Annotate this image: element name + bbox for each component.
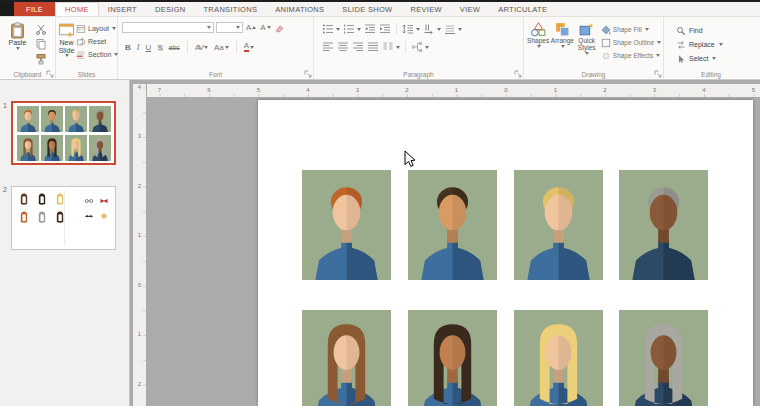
thumb2-item-wig xyxy=(17,192,32,207)
h-ruler-number: 1 xyxy=(551,87,561,93)
quick-styles-button[interactable]: Quick Styles xyxy=(575,19,599,61)
align-right-button[interactable] xyxy=(352,41,364,53)
font-dialog-launcher[interactable] xyxy=(304,70,312,78)
quick-styles-label: Quick Styles xyxy=(575,38,599,52)
bold-button[interactable]: B xyxy=(124,43,132,52)
avatar-woman-blond-hair-light-skin[interactable] xyxy=(514,310,603,406)
avatar-woman-dark-hair-tan-skin[interactable] xyxy=(408,310,497,406)
section-button[interactable]: Section xyxy=(76,49,118,60)
drawing-dialog-launcher[interactable] xyxy=(654,70,662,78)
chevron-down-icon xyxy=(645,28,649,31)
replace-label: Replace xyxy=(689,41,715,48)
thumb-avatar-woman-gray-hair-dark-skin xyxy=(89,135,111,161)
avatar-man-gray-hair-dark-skin[interactable] xyxy=(619,170,708,280)
align-center-button[interactable] xyxy=(337,41,349,53)
h-ruler-number: 4 xyxy=(303,87,313,93)
decrease-indent-button[interactable] xyxy=(364,23,376,35)
justify-button[interactable] xyxy=(367,41,379,53)
v-ruler-number: 1 xyxy=(133,331,146,337)
cut-button[interactable] xyxy=(35,23,47,35)
h-ruler-number: 0 xyxy=(501,87,511,93)
new-slide-button[interactable]: New Slide xyxy=(58,19,75,60)
align-left-button[interactable] xyxy=(322,41,334,53)
tab-home[interactable]: HOME xyxy=(55,2,99,16)
section-label: Section xyxy=(88,51,111,58)
chevron-down-icon xyxy=(712,57,716,60)
shape-outline-button[interactable]: Shape Outline xyxy=(601,37,661,48)
thumb1-grid xyxy=(13,103,114,163)
tab-insert[interactable]: INSERT xyxy=(99,2,146,16)
tab-view[interactable]: VIEW xyxy=(451,2,489,16)
text-shadow-button[interactable]: S xyxy=(156,43,163,52)
tab-articulate[interactable]: ARTICULATE xyxy=(489,2,556,16)
italic-button[interactable]: I xyxy=(136,43,141,52)
slide-1-thumbnail[interactable] xyxy=(11,101,116,165)
horizontal-ruler[interactable]: 7654321012345 xyxy=(147,84,760,97)
slide-canvas[interactable] xyxy=(258,100,753,406)
shape-outline-icon xyxy=(601,38,611,48)
layout-button[interactable]: Layout xyxy=(76,23,118,34)
separator xyxy=(405,41,406,53)
select-button[interactable]: Select xyxy=(676,53,756,64)
tab-animations[interactable]: ANIMATIONS xyxy=(266,2,333,16)
arrange-button[interactable]: Arrange xyxy=(550,19,574,61)
character-spacing-button[interactable]: AV xyxy=(194,43,209,52)
shrink-font-button[interactable]: A xyxy=(259,23,271,32)
chevron-down-icon xyxy=(112,27,116,30)
shape-effects-button[interactable]: Shape Effects xyxy=(601,50,661,61)
v-ruler-number: 2 xyxy=(133,183,146,189)
avatar-woman-auburn-hair-light-skin[interactable] xyxy=(302,310,391,406)
reset-icon xyxy=(76,37,86,47)
avatar-man-ginger-hair-light-skin[interactable] xyxy=(302,170,391,280)
tab-slide-show[interactable]: SLIDE SHOW xyxy=(333,2,401,16)
align-text-button[interactable] xyxy=(444,23,462,35)
clipboard-dialog-launcher[interactable] xyxy=(46,70,54,78)
reset-button[interactable]: Reset xyxy=(76,36,118,47)
numbering-icon xyxy=(343,23,355,35)
bullets-button[interactable] xyxy=(322,23,340,35)
tab-file[interactable]: FILE xyxy=(14,2,55,16)
shapes-button[interactable]: Shapes xyxy=(526,19,550,61)
chevron-down-icon xyxy=(719,43,723,46)
shapes-icon xyxy=(530,21,547,38)
grow-font-label: A xyxy=(246,23,251,32)
paste-button[interactable]: Paste xyxy=(2,19,33,65)
tab-design[interactable]: DESIGN xyxy=(146,2,195,16)
replace-button[interactable]: Replace xyxy=(676,39,756,50)
strikethrough-button[interactable]: abc xyxy=(168,44,181,51)
text-direction-button[interactable] xyxy=(423,23,441,35)
increase-indent-button[interactable] xyxy=(379,23,391,35)
avatar-man-blond-hair-light-skin[interactable] xyxy=(514,170,603,280)
chevron-down-icon xyxy=(236,26,240,29)
line-spacing-button[interactable] xyxy=(402,23,420,35)
shape-fill-button[interactable]: Shape Fill xyxy=(601,24,661,35)
font-size-combo[interactable] xyxy=(216,22,243,33)
tab-review[interactable]: REVIEW xyxy=(401,2,450,16)
v-ruler-number: 1 xyxy=(133,232,146,238)
chevron-down-icon xyxy=(250,46,254,49)
format-painter-button[interactable] xyxy=(35,53,47,65)
thumb-avatar-man-dark-brown-hair-tan-skin xyxy=(41,106,63,132)
numbering-button[interactable] xyxy=(343,23,361,35)
h-ruler-number: 2 xyxy=(600,87,610,93)
thumb-avatar-man-ginger-hair-light-skin xyxy=(17,106,39,132)
avatar-man-dark-brown-hair-tan-skin[interactable] xyxy=(408,170,497,280)
tab-transitions[interactable]: TRANSITIONS xyxy=(194,2,266,16)
clear-formatting-button[interactable] xyxy=(274,23,286,33)
avatar-woman-gray-hair-dark-skin[interactable] xyxy=(619,310,708,406)
font-color-button[interactable]: A xyxy=(243,42,255,52)
vertical-ruler[interactable]: 4321012 xyxy=(133,84,146,406)
slide-2-thumbnail[interactable] xyxy=(11,186,116,250)
grow-font-button[interactable]: A xyxy=(245,23,257,32)
underline-button[interactable]: U xyxy=(144,43,152,52)
chevron-down-icon xyxy=(425,46,429,49)
find-button[interactable]: Find xyxy=(676,25,756,36)
change-case-button[interactable]: Aa xyxy=(213,43,230,52)
convert-smartart-button[interactable] xyxy=(411,41,429,53)
font-group-label: Font xyxy=(118,71,313,78)
copy-button[interactable] xyxy=(35,38,47,50)
columns-button[interactable] xyxy=(382,41,400,53)
v-ruler-number: 0 xyxy=(133,282,146,288)
font-name-combo[interactable] xyxy=(122,22,214,33)
paragraph-dialog-launcher[interactable] xyxy=(514,70,522,78)
